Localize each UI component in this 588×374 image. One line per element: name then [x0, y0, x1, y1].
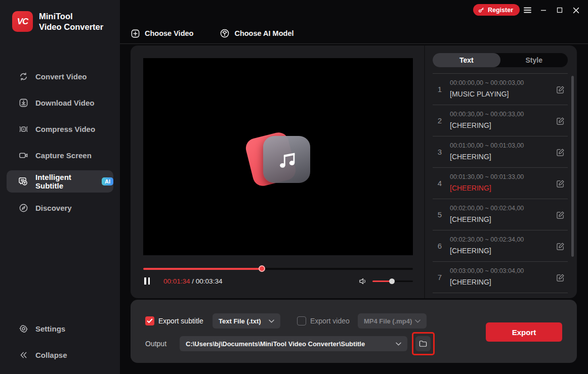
ai-badge: AI — [102, 177, 113, 185]
output-path-value: C:\Users\bj\Documents\MiniTool Video Con… — [186, 340, 365, 348]
subtitle-row[interactable]: 2 00:00:30,00 ~ 00:00:33,00 [CHEERING] — [433, 105, 568, 136]
content-toolbar: Choose Video Choose AI Model — [131, 24, 588, 42]
sidebar-collapse-button[interactable]: Collapse — [7, 344, 113, 366]
sidebar-item-label: Download Video — [35, 99, 94, 107]
subtitle-text: [CHEERING] — [450, 121, 491, 129]
export-video-checkbox[interactable] — [297, 316, 306, 325]
subtitle-timecode: 00:02:30,00 ~ 00:02:34,00 — [450, 236, 524, 243]
subtitle-index: 6 — [435, 242, 444, 250]
total-time: 00:03:34 — [196, 277, 223, 285]
choose-video-label: Choose Video — [145, 29, 193, 37]
subtitle-text: [CHEERING] — [450, 278, 491, 286]
app-title: MiniTool Video Converter — [39, 11, 103, 31]
sidebar-item-label: Collapse — [35, 351, 67, 359]
subtitle-index: 3 — [435, 148, 444, 156]
export-subtitle-label: Export subtitle — [158, 317, 203, 325]
subtitle-timecode: 00:00:30,00 ~ 00:00:33,00 — [450, 111, 524, 118]
maximize-button[interactable] — [554, 5, 565, 15]
export-panel: Export subtitle Text File (.txt) Export … — [131, 300, 577, 363]
titlebar: Register — [120, 0, 588, 20]
choose-video-button[interactable]: Choose Video — [131, 29, 193, 38]
subtitle-scrollbar[interactable] — [571, 76, 574, 257]
tab-style[interactable]: Style — [500, 53, 568, 67]
menu-button[interactable] — [522, 5, 533, 15]
subtitle-row[interactable]: 1 00:00:00,00 ~ 00:00:03,00 [MUSIC PLAYI… — [433, 74, 568, 105]
subtitle-row[interactable]: 4 00:01:30,00 ~ 00:01:33,00 [CHEERING] — [433, 168, 568, 199]
edit-icon[interactable] — [556, 117, 565, 125]
sidebar-item-download-video[interactable]: Download Video — [7, 91, 113, 114]
tab-text[interactable]: Text — [433, 53, 500, 67]
choose-ai-model-button[interactable]: Choose AI Model — [220, 28, 293, 38]
volume-controls — [359, 277, 413, 285]
export-button[interactable]: Export — [486, 322, 562, 342]
pause-button[interactable] — [144, 277, 151, 285]
sidebar-nav: Convert Video Download Video Compress Vi… — [7, 65, 113, 223]
register-label: Register — [488, 7, 513, 14]
export-subtitle-checkbox[interactable] — [145, 316, 154, 325]
subtitle-row[interactable]: 3 00:01:00,00 ~ 00:01:03,00 [CHEERING] — [433, 136, 568, 168]
main-panel: 00:01:34 / 00:03:34 Text Style — [131, 45, 577, 298]
convert-icon — [18, 71, 28, 81]
subtitle-text: [CHEERING] — [450, 247, 491, 255]
sidebar-item-label: Capture Screen — [35, 151, 92, 160]
sidebar-item-label: Compress Video — [35, 125, 95, 133]
collapse-icon — [18, 350, 28, 360]
edit-icon[interactable] — [556, 211, 565, 219]
edit-icon[interactable] — [556, 273, 565, 282]
compress-icon — [18, 124, 28, 134]
subtitle-index: 4 — [435, 179, 444, 188]
close-button[interactable] — [570, 5, 581, 15]
sidebar-item-intelligent-subtitle[interactable]: Intelligent Subtitle AI — [7, 170, 113, 193]
chevron-down-icon — [269, 319, 274, 323]
edit-icon[interactable] — [556, 242, 565, 251]
key-icon — [478, 7, 485, 13]
subtitle-timecode: 00:02:00,00 ~ 00:02:04,00 — [450, 205, 524, 212]
minimize-button[interactable] — [538, 5, 549, 15]
download-icon — [18, 98, 28, 108]
subtitle-format-value: Text File (.txt) — [219, 317, 261, 325]
sidebar-item-compress-video[interactable]: Compress Video — [7, 118, 113, 140]
subtitle-index: 1 — [435, 85, 444, 93]
register-button[interactable]: Register — [473, 4, 520, 16]
seek-fill — [143, 268, 262, 270]
camera-icon — [18, 150, 28, 160]
edit-icon[interactable] — [556, 85, 565, 94]
subtitle-row[interactable]: 5 00:02:00,00 ~ 00:02:04,00 [CHEERING] — [433, 199, 568, 230]
volume-thumb[interactable] — [389, 278, 395, 284]
sidebar-item-discovery[interactable]: Discovery — [7, 197, 113, 219]
subtitle-timecode: 00:03:00,00 ~ 00:03:04,00 — [450, 267, 524, 274]
gear-icon — [18, 323, 28, 334]
subtitle-list: 1 00:00:00,00 ~ 00:00:03,00 [MUSIC PLAYI… — [433, 74, 568, 293]
subtitle-row[interactable]: 6 00:02:30,00 ~ 00:02:34,00 [CHEERING] — [433, 230, 568, 262]
video-preview[interactable] — [143, 58, 413, 255]
volume-slider[interactable] — [372, 278, 413, 284]
output-path-dropdown[interactable]: C:\Users\bj\Documents\MiniTool Video Con… — [180, 336, 407, 351]
seek-bar[interactable] — [143, 265, 413, 272]
app-window: VC MiniTool Video Converter Convert Vide… — [0, 0, 588, 374]
sidebar-item-capture-screen[interactable]: Capture Screen — [7, 144, 113, 166]
edit-icon[interactable] — [556, 179, 565, 188]
compass-icon — [18, 203, 28, 213]
browse-folder-button[interactable] — [415, 336, 431, 351]
sidebar-item-label: Discovery — [35, 204, 72, 212]
subtitle-index: 5 — [435, 210, 444, 219]
subtitle-tabs: Text Style — [433, 53, 568, 67]
current-time: 00:01:34 — [163, 277, 190, 285]
subtitle-text: [CHEERING] — [450, 215, 491, 223]
seek-thumb[interactable] — [259, 265, 265, 272]
time-separator: / — [192, 277, 196, 285]
sidebar-item-settings[interactable]: Settings — [7, 317, 113, 340]
subtitle-timecode: 00:01:30,00 ~ 00:01:33,00 — [450, 173, 524, 180]
edit-icon[interactable] — [556, 148, 565, 157]
sidebar-item-label: Convert Video — [35, 72, 87, 81]
audio-placeholder-art — [247, 129, 310, 187]
app-brand: VC MiniTool Video Converter — [12, 11, 103, 32]
video-format-dropdown[interactable]: MP4 File (.mp4) — [358, 313, 427, 329]
sidebar-item-convert-video[interactable]: Convert Video — [7, 65, 113, 87]
subtitle-index: 7 — [435, 273, 444, 282]
subtitle-row[interactable]: 7 00:03:00,00 ~ 00:03:04,00 [CHEERING] — [433, 262, 568, 293]
speaker-icon[interactable] — [359, 277, 367, 285]
subtitle-panel: Text Style 1 00:00:00,00 ~ 00:00:03,00 [… — [425, 45, 577, 298]
subtitle-format-dropdown[interactable]: Text File (.txt) — [213, 313, 280, 329]
choose-ai-model-label: Choose AI Model — [234, 29, 293, 37]
